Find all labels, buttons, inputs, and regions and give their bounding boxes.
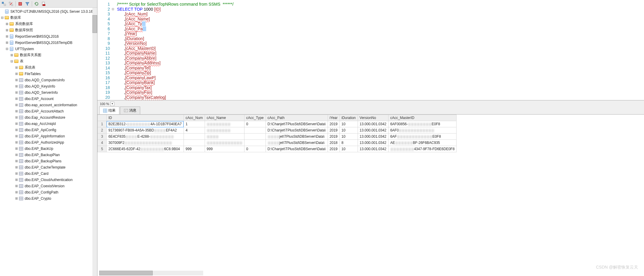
grid-cell[interactable]: 999 [205,146,244,152]
grid-cell[interactable]: 2019 [328,134,340,140]
script-icon[interactable] [41,1,46,7]
results-grid[interactable]: IDcAcc_NumcAcc_NamecAcc_TypecAcc_PathiYe… [97,115,457,152]
results-grid-wrap[interactable]: IDcAcc_NumcAcc_NamecAcc_TypecAcc_PathiYe… [97,115,644,276]
expand-toggle[interactable] [14,172,18,176]
expand-toggle[interactable] [14,140,18,145]
grid-cell[interactable]: jet\TPlusStd\DBServer\Data\ [266,140,328,146]
grid-cell[interactable]: 2019 [328,121,340,127]
table-node[interactable]: dbo.AQD_KeysInfo [0,83,97,89]
expand-toggle[interactable] [14,196,18,201]
grid-cell[interactable]: 13.000.001.0342 [358,121,388,127]
grid-cell[interactable]: jet\TPlusStd\DBServer\Data\ [266,134,328,140]
grid-cell[interactable]: 13.000.001.0342 [358,140,388,146]
expand-toggle[interactable] [14,190,18,194]
grid-cell[interactable]: 2019 [328,127,340,134]
table-node[interactable]: dbo.Eap_AccountRestore [0,114,97,120]
grid-cell[interactable]: 2018 [328,140,340,146]
stop-icon[interactable] [18,1,23,7]
expand-toggle[interactable] [14,84,18,88]
expand-toggle[interactable] [14,128,18,132]
server-node[interactable]: SKTOP-IJTJNBU\MSSQL2016 (SQL Server 13.0… [0,8,97,15]
disconnect-icon[interactable] [8,1,14,7]
grid-cell[interactable] [244,127,266,134]
expand-toggle[interactable] [5,34,9,39]
grid-cell[interactable]: 4347-9F78-FD6E6DE0F8 [388,146,457,152]
table-node[interactable]: dbo.EAP_CacheTemplate [0,164,97,170]
grid-cell[interactable]: 6AFE0F8 [388,134,457,140]
grid-cell[interactable]: 13.000.001.0342 [358,146,388,152]
table-node[interactable]: dbo.eap_AccUniqId [0,120,97,127]
expand-toggle[interactable] [5,22,9,26]
grid-cell[interactable]: 2C666E45-62DF-426C8.9B04 [107,146,184,152]
table-node[interactable]: dbo.AQD_ComputersInfo [0,77,97,83]
expand-toggle[interactable] [14,97,18,101]
grid-cell[interactable]: 10 [340,121,358,127]
expand-toggle[interactable] [5,41,9,45]
grid-cell[interactable] [184,140,205,146]
grid-cell[interactable]: 6E4CF835E-4288- [107,134,184,140]
grid-cell[interactable]: D:\Chanjet\TPlusStd\DBServer\Data\ [266,146,328,152]
grid-cell[interactable]: 0 [244,121,266,127]
table-node[interactable]: dbo.EAP_ConfigPath [0,189,97,195]
grid-cell[interactable]: 0 [244,146,266,152]
grid-cell[interactable]: 6AF00856-E0F8 [388,121,457,127]
db-node[interactable]: ReportServer$MSSQL2016 [0,33,97,39]
grid-cell[interactable]: 10 [340,134,358,140]
grid-cell[interactable] [184,134,205,140]
db-node[interactable]: ReportServer$MSSQL2016TempDB [0,39,97,46]
expand-toggle[interactable] [14,72,18,76]
grid-cell[interactable]: 1 [184,121,205,127]
col-header[interactable]: cAcc_Name [205,115,244,121]
expand-toggle[interactable] [14,134,18,138]
table-node[interactable]: dbo.EAP_Card [0,170,97,177]
expand-toggle[interactable] [14,147,18,151]
col-header[interactable]: iDuration [340,115,358,121]
code-area[interactable]: /****** Script for SelectTopNRows comman… [115,0,644,100]
table-node[interactable]: dbo.EAP_CoexistVersion [0,183,97,189]
grid-cell[interactable] [205,140,244,146]
col-header[interactable]: cAcc_MasterID [388,115,457,121]
expand-toggle[interactable] [14,159,18,163]
table-node[interactable]: dbo.EAP_AuthorizedApp [0,139,97,145]
expand-toggle[interactable] [14,103,18,107]
grid-cell[interactable]: 10 [340,127,358,134]
zoom-dropdown[interactable]: ▾ [110,102,114,106]
expand-toggle[interactable] [5,47,9,51]
tab-messages[interactable]: 消息 [120,107,140,114]
expand-toggle[interactable] [5,28,9,32]
grid-cell[interactable] [205,134,244,140]
col-header[interactable]: VersionNo [358,115,388,121]
grid-cell[interactable]: 13.000.001.0342 [358,134,388,140]
grid-cell[interactable]: 10 [340,146,358,152]
expand-toggle[interactable] [14,184,18,188]
table-node[interactable]: dbo.EAP_Account [0,96,97,102]
expand-toggle[interactable] [14,178,18,182]
table-node[interactable]: dbo.EAP_AccountAttach [0,108,97,114]
table-row[interactable]: 1B2E2B312-4A-1D1B7F040EA710D:\Chanjet\TP… [98,121,457,127]
col-header[interactable]: cAcc_Type [244,115,266,121]
table-node[interactable]: dbo.EAP_CloudAuthentication [0,177,97,183]
table-node[interactable]: dbo.EAP_ApiConfig [0,127,97,133]
grid-cell[interactable]: AEBF-26F6BAC935 [388,140,457,146]
table-node[interactable]: dbo.EAP_BackupPlan [0,152,97,158]
grid-cell[interactable]: 6AF0 [388,127,457,134]
table-node[interactable]: dbo.EAP_AppInformation [0,133,97,139]
sql-editor[interactable]: 1234567891011121314151617181920 /****** … [97,0,644,100]
grid-cell[interactable]: D:\Chanjet\TPlusStd\DBServer\Data\ [266,121,328,127]
expand-toggle[interactable] [14,115,18,120]
grid-cell[interactable]: 4 [184,127,205,134]
table-row[interactable]: 52C666E45-62DF-426C8.9B049999990D:\Chanj… [98,146,457,152]
table-node[interactable]: dbo.eap_account_accinformation [0,102,97,108]
expand-toggle[interactable] [10,53,14,57]
table-node[interactable]: dbo.EAP_BackupPlans [0,158,97,164]
expand-toggle[interactable] [14,165,18,169]
tree-scrollbar[interactable] [92,8,97,276]
expand-toggle[interactable] [14,109,18,113]
filter-icon[interactable] [25,1,30,7]
connect-icon[interactable] [1,1,7,7]
col-header[interactable]: iYear [328,115,340,121]
object-tree[interactable]: SKTOP-IJTJNBU\MSSQL2016 (SQL Server 13.0… [0,8,97,276]
grid-cell[interactable]: 91736907-FB09-4A5A-35BDEF4A2 [107,127,184,134]
expand-toggle[interactable] [10,59,14,64]
tab-results[interactable]: 结果 [99,107,119,114]
